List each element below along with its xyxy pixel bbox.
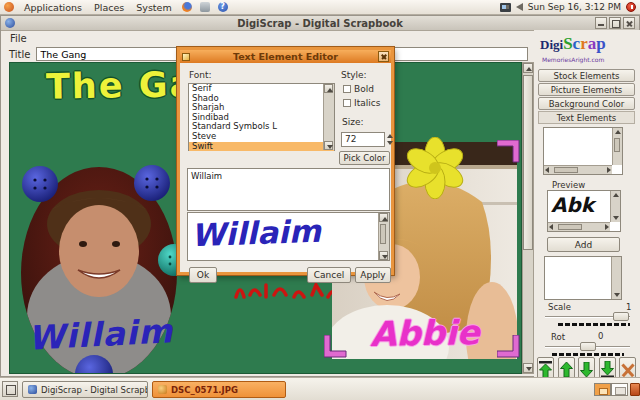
sidebar-font-list-hscrollbar[interactable] — [544, 165, 612, 174]
add-button[interactable]: Add — [547, 237, 620, 252]
bold-checkbox[interactable] — [343, 85, 351, 93]
power-icon[interactable] — [626, 2, 636, 12]
trash-icon[interactable] — [630, 383, 640, 396]
volume-tray-icon[interactable] — [516, 3, 523, 11]
button-element[interactable] — [133, 164, 171, 202]
font-list[interactable]: Serif Shado Sharjah Sindibad Standard Sy… — [188, 83, 335, 151]
rot-slider-ticks — [552, 353, 624, 356]
canvas-name-text-abbie[interactable]: Abbie — [370, 312, 480, 354]
preview-vscrollbar[interactable] — [378, 213, 389, 260]
elements-list-vscrollbar[interactable] — [611, 257, 621, 299]
scrollbar-thumb[interactable] — [558, 224, 582, 230]
maximize-icon[interactable] — [609, 17, 621, 29]
scroll-down-icon[interactable] — [379, 251, 388, 260]
size-input[interactable]: 72 — [341, 132, 385, 147]
minimize-icon[interactable] — [595, 17, 607, 29]
bottom-taskbar: DigiScrap - Digital Scrapbook DSC_0571.J… — [0, 377, 640, 400]
text-preview-area: Willaim — [187, 212, 390, 261]
show-desktop-button[interactable] — [2, 381, 18, 397]
scroll-up-icon[interactable] — [324, 84, 333, 93]
picture-elements-button[interactable]: Picture Elements — [538, 83, 635, 96]
dialog-titlebar[interactable]: Text Element Editor — [180, 50, 391, 63]
apply-button[interactable]: Apply — [355, 267, 391, 283]
canvas-vertical-scrollbar[interactable] — [522, 62, 534, 374]
distro-logo-icon[interactable] — [4, 2, 14, 12]
corner-bracket-element[interactable] — [324, 335, 347, 358]
close-icon[interactable] — [623, 17, 635, 29]
delete-x-icon — [621, 362, 634, 377]
text-element-editor-dialog: Text Element Editor Font: Serif Shado Sh… — [177, 47, 394, 275]
font-list-item[interactable]: Shado — [189, 94, 334, 104]
font-list-item[interactable]: Sharjah — [189, 103, 334, 113]
scrollbar-thumb[interactable] — [614, 138, 620, 152]
sidebar: DigiScrap MemoriesAright.com Stock Eleme… — [534, 30, 640, 377]
menu-applications[interactable]: Applications — [22, 2, 84, 13]
scale-slider[interactable] — [545, 312, 630, 321]
cancel-button[interactable]: Cancel — [307, 267, 351, 283]
rot-slider-handle[interactable] — [580, 342, 596, 351]
sidebar-font-list[interactable] — [543, 127, 623, 175]
text-elements-button[interactable]: Text Elements — [538, 111, 635, 124]
italics-checkbox[interactable] — [343, 99, 351, 107]
corner-bracket-element[interactable] — [497, 335, 520, 358]
corner-bracket-element[interactable] — [497, 140, 520, 163]
task-window-icon — [158, 385, 167, 394]
text-input-area[interactable]: Willaim — [187, 168, 390, 211]
scroll-down-icon[interactable] — [324, 141, 333, 150]
firefox-launcher-icon[interactable] — [182, 2, 192, 12]
ok-button[interactable]: Ok — [189, 267, 217, 283]
size-label: Size: — [342, 117, 364, 127]
flower-element[interactable] — [404, 137, 466, 199]
scroll-up-icon[interactable] — [379, 213, 388, 222]
workspace-2[interactable] — [611, 383, 628, 396]
app-launcher-icon[interactable] — [200, 2, 210, 12]
preview-hscrollbar[interactable] — [548, 222, 610, 231]
background-color-button[interactable]: Background Color — [538, 97, 635, 110]
scrollbar-thumb[interactable] — [523, 75, 533, 250]
sidebar-font-preview[interactable]: Abk — [547, 190, 621, 232]
dialog-close-icon[interactable] — [378, 51, 389, 62]
menu-places[interactable]: Places — [92, 2, 126, 13]
menu-system[interactable]: System — [134, 2, 173, 13]
window-title: DigiScrap - Digital Scrapbook — [1, 18, 639, 29]
scrollbar-thumb[interactable] — [554, 167, 578, 173]
hidden-text-element[interactable] — [232, 281, 347, 299]
workspace-1[interactable] — [594, 383, 611, 396]
canvas-name-text-willaim[interactable]: Willaim — [27, 311, 174, 358]
help-launcher-icon[interactable]: ? — [218, 2, 228, 12]
stock-elements-button[interactable]: Stock Elements — [538, 69, 635, 82]
clock[interactable]: Sun Sep 16, 3:12 PM — [528, 2, 621, 12]
italics-checkbox-row: Italics — [343, 98, 380, 108]
font-list-item[interactable]: Serif — [189, 84, 334, 94]
menu-file[interactable]: File — [7, 33, 30, 44]
font-list-item[interactable]: Standard Symbols L — [189, 122, 334, 132]
preview-vscrollbar[interactable] — [610, 191, 620, 222]
font-list-item-selected[interactable]: Swift — [189, 142, 334, 152]
taskbar-window-image-viewer[interactable]: DSC_0571.JPG — [152, 381, 286, 398]
dialog-title: Text Element Editor — [180, 51, 391, 62]
dialog-icon — [182, 53, 190, 61]
font-list-item[interactable]: Sindibad — [189, 113, 334, 123]
scale-slider-ticks — [558, 323, 630, 326]
font-list-item[interactable]: Steve — [189, 132, 334, 142]
scroll-up-icon[interactable] — [523, 63, 533, 73]
button-element[interactable] — [74, 354, 114, 374]
size-spinner[interactable] — [386, 132, 394, 147]
rot-slider[interactable] — [545, 342, 630, 351]
taskbar-window-digiscrap[interactable]: DigiScrap - Digital Scrapbook — [22, 381, 148, 398]
bold-label: Bold — [354, 84, 374, 94]
window-controls — [595, 17, 635, 29]
sidebar-font-list-vscrollbar[interactable] — [612, 128, 622, 165]
scale-slider-handle[interactable] — [613, 312, 629, 321]
title-label: Title — [9, 49, 30, 60]
font-list-vscrollbar[interactable] — [323, 84, 334, 150]
task-window-label: DSC_0571.JPG — [171, 385, 238, 395]
elements-list[interactable] — [544, 256, 622, 300]
pick-color-button[interactable]: Pick Color — [339, 151, 390, 165]
scrollbar-thumb[interactable] — [380, 224, 386, 244]
arrow-top-icon — [539, 361, 552, 378]
window-titlebar[interactable]: DigiScrap - Digital Scrapbook — [1, 16, 639, 31]
button-element[interactable] — [21, 165, 59, 203]
logo-letter: c — [573, 34, 581, 53]
scroll-down-icon[interactable] — [523, 363, 533, 373]
